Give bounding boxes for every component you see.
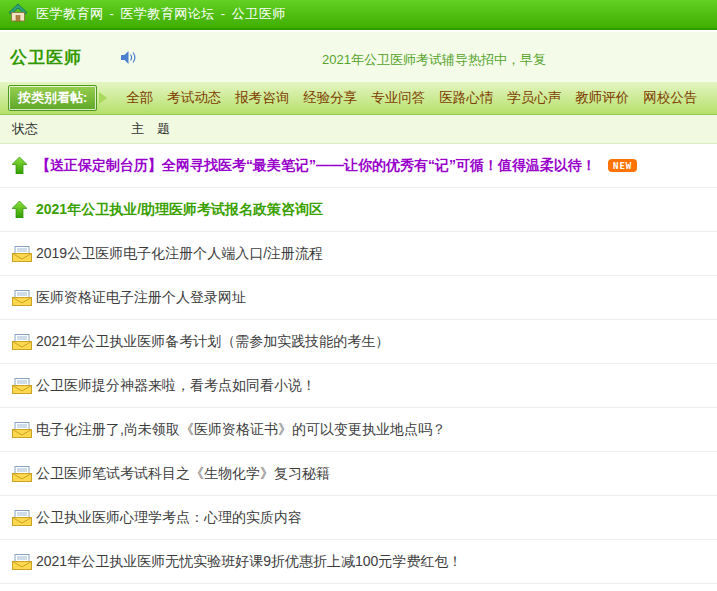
- breadcrumb-separator: -: [110, 6, 115, 21]
- breadcrumb-separator: -: [221, 6, 226, 21]
- nav-item-experience[interactable]: 经验分享: [303, 89, 357, 107]
- nav-item-registration[interactable]: 报考咨询: [235, 89, 289, 107]
- thread-title-link[interactable]: 2019公卫医师电子化注册个人端入口/注册流程: [36, 245, 323, 263]
- thread-row[interactable]: 公卫医师提分神器来啦，看考点如同看小说！: [0, 364, 717, 408]
- announcement-link[interactable]: 【送正保定制台历】全网寻找医考“最美笔记”——让你的优秀有“记”可循！值得温柔以…: [36, 157, 596, 175]
- thread-list-header: 状态 主 题: [0, 115, 717, 144]
- column-status: 状态: [12, 120, 38, 138]
- category-nav-bar: 按类别看帖: 全部 考试动态 报考咨询 经验分享 专业问答 医路心情 学员心声 …: [0, 82, 717, 115]
- envelope-icon: [12, 554, 36, 570]
- announcement-link[interactable]: 2021年公卫执业/助理医师考试报名政策咨询区: [36, 201, 323, 219]
- envelope-icon: [12, 422, 36, 438]
- promo-notice-marquee: 2021年公卫医师考试辅导热招中，早复: [322, 51, 546, 69]
- board-title: 公卫医师: [10, 46, 82, 69]
- nav-item-student-voice[interactable]: 学员心声: [507, 89, 561, 107]
- breadcrumb-forum-link[interactable]: 医学教育网论坛: [120, 6, 215, 21]
- thread-row[interactable]: 2021年公卫执业医师无忧实验班好课9折优惠折上减100元学费红包！: [0, 540, 717, 584]
- nav-item-mood[interactable]: 医路心情: [439, 89, 493, 107]
- nav-item-teacher-review[interactable]: 教师评价: [575, 89, 629, 107]
- nav-item-all[interactable]: 全部: [126, 89, 153, 107]
- thread-row[interactable]: 公卫医师笔试考试科目之《生物化学》复习秘籍: [0, 452, 717, 496]
- arrow-up-icon: [12, 201, 36, 218]
- envelope-icon: [12, 378, 36, 394]
- thread-title-link[interactable]: 电子化注册了,尚未领取《医师资格证书》的可以变更执业地点吗？: [36, 421, 446, 439]
- breadcrumb-board-link[interactable]: 公卫医师: [232, 6, 286, 21]
- envelope-icon: [12, 290, 36, 306]
- announcement-row[interactable]: 2021年公卫执业/助理医师考试报名政策咨询区: [0, 188, 717, 232]
- envelope-icon: [12, 466, 36, 482]
- top-bar: 医学教育网-医学教育网论坛-公卫医师: [0, 0, 717, 30]
- board-header-panel: 公卫医师 2021年公卫医师考试辅导热招中，早复: [0, 30, 717, 82]
- thread-title-link[interactable]: 公卫医师笔试考试科目之《生物化学》复习秘籍: [36, 465, 330, 483]
- speaker-icon: [120, 50, 137, 69]
- nav-item-school-notice[interactable]: 网校公告: [643, 89, 697, 107]
- new-badge: NEW: [608, 159, 637, 172]
- filter-by-category-button[interactable]: 按类别看帖:: [8, 85, 97, 111]
- arrow-up-icon: [12, 157, 36, 174]
- envelope-icon: [12, 334, 36, 350]
- thread-title-link[interactable]: 2021年公卫执业医师备考计划（需参加实践技能的考生）: [36, 333, 389, 351]
- arrow-right-icon: [99, 92, 107, 104]
- thread-title-link[interactable]: 公卫医师提分神器来啦，看考点如同看小说！: [36, 377, 316, 395]
- breadcrumb: 医学教育网-医学教育网论坛-公卫医师: [36, 5, 286, 23]
- envelope-icon: [12, 246, 36, 262]
- thread-title-link[interactable]: 公卫执业医师心理学考点：心理的实质内容: [36, 509, 302, 527]
- thread-row[interactable]: 2021年公卫执业医师备考计划（需参加实践技能的考生）: [0, 320, 717, 364]
- thread-row[interactable]: 公卫执业医师心理学考点：心理的实质内容: [0, 496, 717, 540]
- thread-row[interactable]: 2019公卫医师电子化注册个人端入口/注册流程: [0, 232, 717, 276]
- thread-row[interactable]: 医师资格证电子注册个人登录网址: [0, 276, 717, 320]
- envelope-icon: [12, 510, 36, 526]
- thread-row[interactable]: 电子化注册了,尚未领取《医师资格证书》的可以变更执业地点吗？: [0, 408, 717, 452]
- column-subject: 主 题: [131, 120, 170, 138]
- thread-title-link[interactable]: 医师资格证电子注册个人登录网址: [36, 289, 246, 307]
- nav-item-exam-news[interactable]: 考试动态: [167, 89, 221, 107]
- thread-title-link[interactable]: 2021年公卫执业医师无忧实验班好课9折优惠折上减100元学费红包！: [36, 553, 462, 571]
- home-icon[interactable]: [8, 3, 28, 26]
- breadcrumb-home-link[interactable]: 医学教育网: [36, 6, 104, 21]
- announcement-row[interactable]: 【送正保定制台历】全网寻找医考“最美笔记”——让你的优秀有“记”可循！值得温柔以…: [0, 144, 717, 188]
- category-links: 全部 考试动态 报考咨询 经验分享 专业问答 医路心情 学员心声 教师评价 网校…: [119, 89, 704, 107]
- nav-item-qa[interactable]: 专业问答: [371, 89, 425, 107]
